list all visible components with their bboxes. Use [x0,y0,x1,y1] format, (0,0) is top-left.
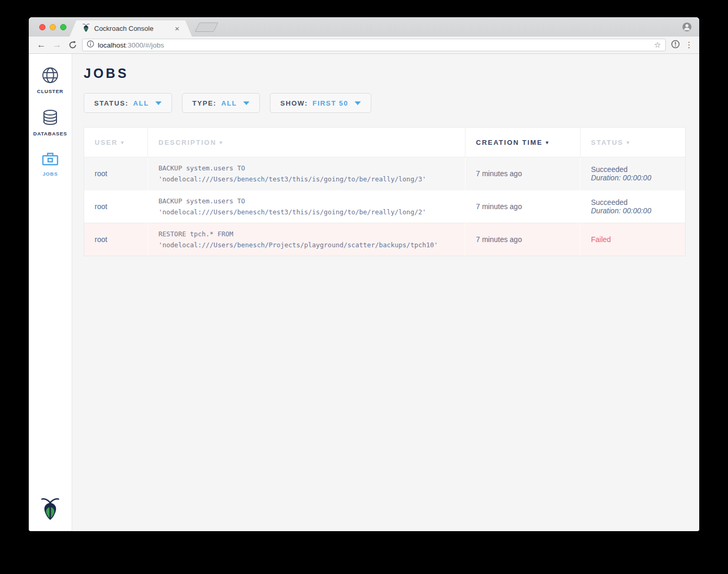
description-cell: BACKUP system.users TO 'nodelocal:///Use… [148,157,465,190]
sidebar-item-label: DATABASES [33,131,67,136]
page-info-icon[interactable] [87,40,94,50]
main-content: JOBS STATUS: ALL TYPE: ALL SHOW: FIRST 5… [72,54,699,531]
forward-button[interactable]: → [51,40,63,50]
column-header-status[interactable]: STATUS [581,128,685,157]
filter-label: STATUS: [94,99,129,107]
admin-ui: CLUSTER DATABASES [29,54,699,531]
bookmark-star-icon[interactable]: ☆ [654,40,661,50]
status-duration: Duration: 00:00:00 [591,174,675,182]
status-filter-dropdown[interactable]: STATUS: ALL [84,93,172,113]
table-row[interactable]: root BACKUP system.users TO 'nodelocal:/… [84,190,685,223]
description-line: 'nodelocal:///Users/benesch/Projects/pla… [158,239,454,250]
chevron-down-icon [243,101,249,105]
url-text[interactable]: localhost:3000/#/jobs [98,41,651,49]
status-badge: Failed [591,235,675,244]
column-header-description[interactable]: DESCRIPTION [148,128,465,157]
reload-button[interactable] [66,40,79,50]
browser-window: Cockroach Console × ← → [29,17,699,531]
column-header-creation-time[interactable]: CREATION TIME [465,128,581,157]
status-duration: Duration: 00:00:00 [591,206,675,215]
status-badge: Succeeded [591,165,675,174]
url-path: :3000/#/jobs [126,41,164,49]
zoom-window-button[interactable] [60,24,66,30]
cockroachdb-logo-icon [40,496,61,522]
filter-label: SHOW: [280,99,308,107]
description-cell: RESTORE tpch.* FROM 'nodelocal:///Users/… [148,223,465,256]
table-row[interactable]: root RESTORE tpch.* FROM 'nodelocal:///U… [84,223,685,256]
user-cell: root [84,157,148,190]
minimize-window-button[interactable] [50,24,56,30]
filter-value: ALL [221,99,237,107]
column-header-user[interactable]: USER [84,128,148,157]
globe-icon [41,66,60,85]
table-row[interactable]: root BACKUP system.users TO 'nodelocal:/… [84,157,685,190]
profile-avatar-icon[interactable] [682,22,692,34]
sidebar-item-label: CLUSTER [37,88,63,94]
sidebar-item-cluster[interactable]: CLUSTER [29,63,72,105]
description-line: BACKUP system.users TO [158,196,454,206]
filter-label: TYPE: [192,99,217,107]
type-filter-dropdown[interactable]: TYPE: ALL [182,93,260,113]
description-line: 'nodelocal:///Users/benesch/test3/this/i… [158,174,454,185]
window-controls [39,24,66,30]
page-title: JOBS [84,66,699,81]
description-line: RESTORE tpch.* FROM [158,228,454,239]
chevron-down-icon [355,101,361,105]
filter-value: ALL [133,99,149,107]
sidebar-item-databases[interactable]: DATABASES [29,105,72,147]
toolbar-right: ⋮ [669,40,693,51]
browser-toolbar: ← → localhost:3000/#/jobs ☆ [29,37,699,54]
filter-bar: STATUS: ALL TYPE: ALL SHOW: FIRST 50 [84,93,699,113]
status-badge: Succeeded [591,198,675,206]
sidebar-item-label: JOBS [42,171,58,177]
creation-time-cell: 7 minutes ago [465,157,581,190]
creation-time-cell: 7 minutes ago [465,223,581,256]
new-tab-button[interactable] [195,22,218,32]
browser-tab[interactable]: Cockroach Console × [70,20,192,37]
tab-strip: Cockroach Console × [29,17,699,37]
description-line: 'nodelocal:///Users/benesch/test3/this/i… [158,206,454,217]
chevron-down-icon [155,101,162,105]
back-button[interactable]: ← [35,40,48,50]
close-tab-icon[interactable]: × [175,25,179,32]
jobs-table: USER DESCRIPTION CREATION TIME STATUS ro… [84,127,686,256]
url-bar[interactable]: localhost:3000/#/jobs ☆ [82,39,666,51]
user-cell: root [84,223,148,256]
status-cell: Failed [581,223,685,256]
sidebar-item-jobs[interactable]: JOBS [29,147,72,190]
database-icon [41,108,60,127]
url-host: localhost [98,41,126,49]
browser-menu-icon[interactable]: ⋮ [685,40,693,50]
favicon-cockroach-icon [82,23,90,34]
filter-value: FIRST 50 [313,99,348,107]
creation-time-cell: 7 minutes ago [465,190,581,223]
extension-icon[interactable] [671,40,680,51]
close-window-button[interactable] [39,24,46,30]
table-header: USER DESCRIPTION CREATION TIME STATUS [84,128,685,157]
status-cell: Succeeded Duration: 00:00:00 [581,157,685,190]
sidebar: CLUSTER DATABASES [29,54,72,531]
description-cell: BACKUP system.users TO 'nodelocal:///Use… [148,190,465,223]
user-cell: root [84,190,148,223]
show-filter-dropdown[interactable]: SHOW: FIRST 50 [270,93,371,113]
briefcase-icon [41,151,59,167]
status-cell: Succeeded Duration: 00:00:00 [581,190,685,223]
description-line: BACKUP system.users TO [158,163,454,174]
tab-title: Cockroach Console [94,25,175,32]
